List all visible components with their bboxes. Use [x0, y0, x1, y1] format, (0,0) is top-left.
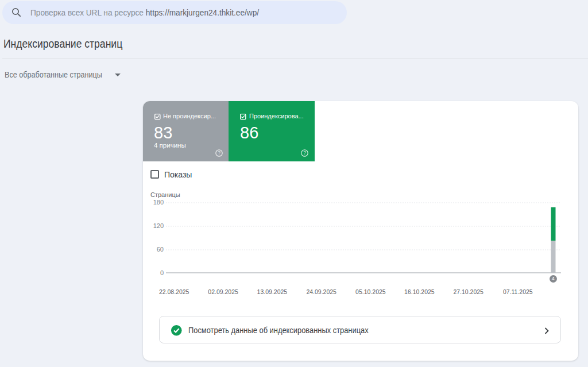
svg-text:?: ?: [218, 150, 220, 156]
svg-text:?: ?: [303, 150, 306, 156]
